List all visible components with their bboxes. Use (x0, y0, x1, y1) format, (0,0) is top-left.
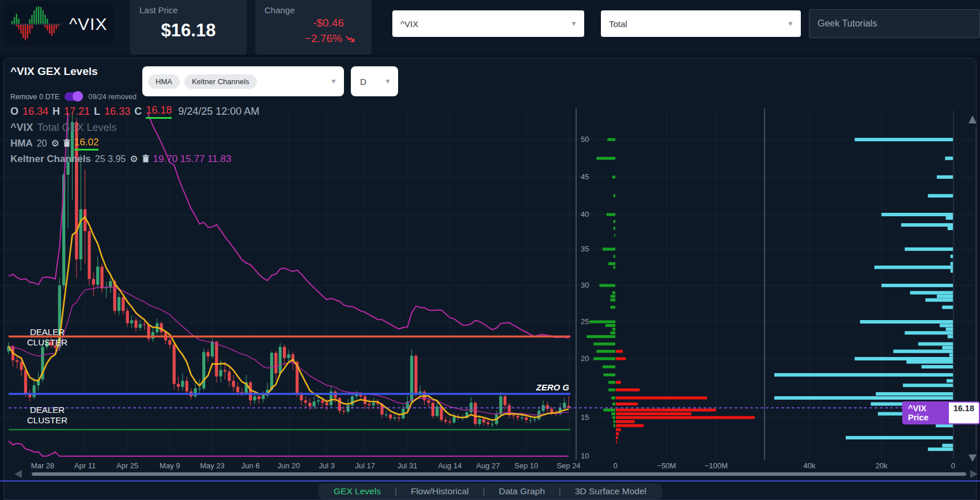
change-amount: -$0.46 (255, 17, 372, 29)
last-price-value: $16.18 (130, 20, 247, 41)
high-value: 17.21 (64, 106, 90, 118)
symbol-dropdown[interactable]: ^VIX ▼ (392, 10, 584, 37)
gex-type-dropdown[interactable]: Total ▼ (601, 10, 801, 37)
open-value: 16.34 (22, 106, 48, 118)
page-title: ^VIX GEX Levels (10, 65, 98, 78)
price-badge-symbol: ^VIX Price (903, 403, 949, 423)
ohlc-row: O 16.34 H 17.21 L 16.33 C 16.18 9/24/25 … (10, 104, 259, 119)
bottom-divider (0, 480, 980, 482)
search-input[interactable] (809, 9, 980, 38)
keltner-values: 19.70 15.77 11.83 (153, 153, 232, 165)
remove-dte-toggle[interactable] (65, 92, 83, 101)
tab-divider: | (395, 486, 397, 497)
tab-flow-historical[interactable]: Flow/Historical (411, 486, 469, 497)
series-row: ^VIX Total GEX Levels (10, 122, 259, 134)
indicator-multiselect[interactable]: HMA Keltner Channels ▼ (142, 66, 344, 96)
last-price-card: Last Price $16.18 (130, 0, 247, 55)
chevron-down-icon: ▼ (570, 20, 577, 28)
removed-date-label: 09/24 removed (88, 93, 136, 101)
chip-hma[interactable]: HMA (148, 74, 180, 89)
trash-icon[interactable] (142, 155, 149, 164)
chart-legend: O 16.34 H 17.21 L 16.33 C 16.18 9/24/25 … (10, 104, 259, 168)
price-badge: ^VIX Price 16.18 (902, 401, 980, 424)
top-bar: ^VIX Last Price $16.18 Change -$0.46 −2.… (0, 0, 980, 55)
remove-dte-label: Remove 0 DTE (10, 93, 59, 101)
chevron-down-icon: ▼ (384, 77, 391, 85)
down-trend-arrow-icon (346, 35, 355, 43)
waveform-logo-icon (10, 6, 61, 42)
dealer-cluster-label-lower: DEALER CLUSTER (17, 405, 77, 426)
keltner-row: Keltner Channels 25 3.95 ⚙ 19.70 15.77 1… (10, 153, 259, 165)
close-value: 16.18 (146, 104, 172, 119)
bottom-tab-bar: GEX Levels | Flow/Historical | Data Grap… (317, 483, 663, 499)
tab-3d-surface[interactable]: 3D Surface Model (575, 486, 646, 497)
tab-divider: | (559, 486, 561, 497)
hma-value: 16.02 (74, 137, 99, 151)
tab-gex-levels[interactable]: GEX Levels (334, 486, 381, 497)
hma-row: HMA 20 ⚙ 16.02 (10, 137, 259, 151)
remove-dte-row: Remove 0 DTE 09/24 removed (10, 92, 137, 101)
tab-divider: | (483, 486, 485, 497)
change-label: Change (255, 0, 372, 15)
gear-icon[interactable]: ⚙ (130, 155, 138, 164)
gear-icon[interactable]: ⚙ (51, 139, 59, 148)
app-logo: ^VIX (5, 2, 113, 46)
last-price-label: Last Price (130, 0, 247, 15)
trash-icon[interactable] (63, 139, 70, 149)
bar-datetime: 9/24/25 12:00 AM (178, 106, 259, 118)
timeframe-dropdown[interactable]: D ▼ (351, 66, 398, 96)
chevron-down-icon: ▼ (330, 77, 337, 85)
price-badge-value: 16.18 (949, 403, 979, 423)
zero-gamma-label: ZERO G (506, 382, 569, 392)
change-percent: −2.76% (255, 32, 372, 45)
tab-data-graph[interactable]: Data Graph (499, 486, 545, 497)
chevron-down-icon: ▼ (787, 20, 794, 28)
chip-keltner[interactable]: Keltner Channels (184, 74, 257, 89)
change-card: Change -$0.46 −2.76% (255, 0, 372, 55)
logo-symbol-text: ^VIX (69, 14, 107, 34)
low-value: 16.33 (104, 106, 130, 118)
dealer-cluster-label-upper: DEALER CLUSTER (17, 327, 77, 348)
